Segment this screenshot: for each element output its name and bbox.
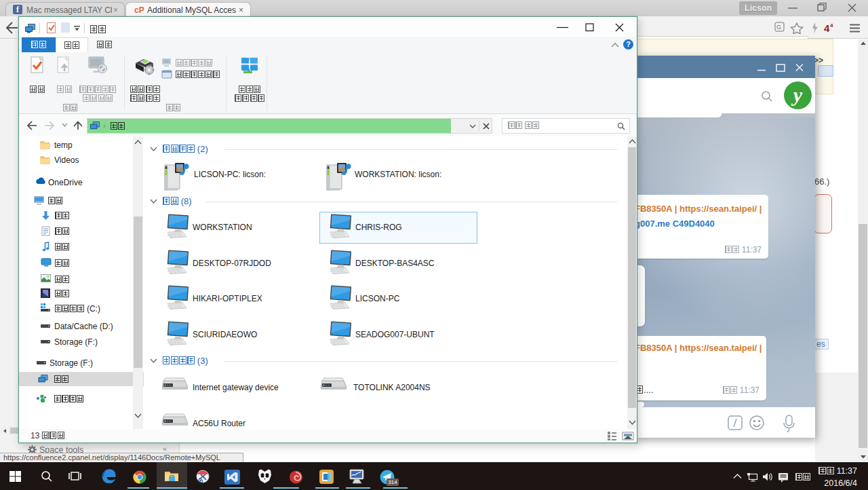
svg-text:4: 4 [830,22,833,29]
svg-text:4: 4 [824,22,830,34]
svg-text:G: G [776,24,781,31]
